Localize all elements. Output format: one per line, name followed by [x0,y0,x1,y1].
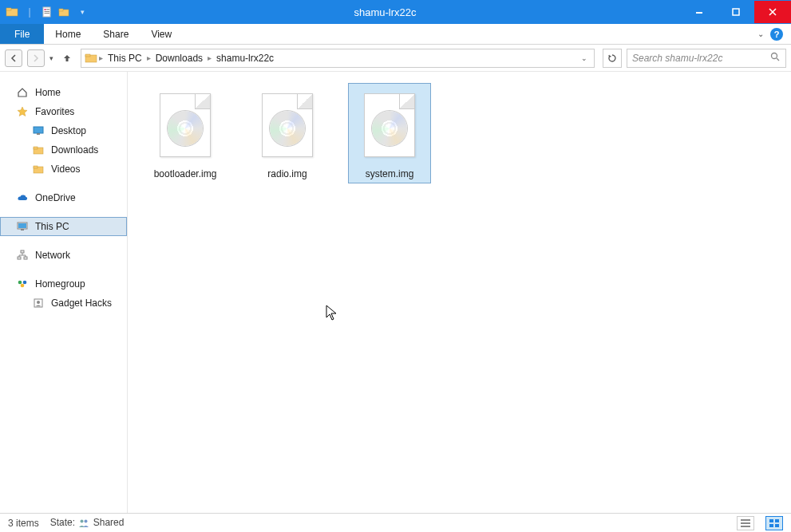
sidebar-item-label: Homegroup [35,278,85,290]
refresh-button[interactable] [603,49,622,68]
sidebar-item-home[interactable]: Home [0,83,127,102]
disc-image-icon [351,87,428,164]
sidebar-item-network[interactable]: Network [0,246,127,265]
svg-rect-6 [45,13,50,14]
search-icon [770,52,781,65]
chevron-right-icon[interactable]: ▸ [208,53,212,62]
maximize-button[interactable] [718,1,754,23]
view-icons-button[interactable] [765,516,783,530]
status-state-label: State: [50,517,75,528]
window-controls [681,1,791,23]
svg-rect-10 [733,9,739,15]
breadcrumb[interactable]: ▸ This PC ▸ Downloads ▸ shamu-lrx22c ⌄ [81,49,595,68]
file-item[interactable]: system.img [348,83,431,183]
svg-rect-17 [34,147,38,149]
file-item[interactable]: radio.img [246,83,329,183]
svg-rect-38 [769,524,773,527]
sidebar-item-homegroup[interactable]: Homegroup [0,274,127,294]
sidebar-item-label: Favorites [35,106,74,117]
sidebar-item-desktop[interactable]: Desktop [0,121,127,140]
properties-icon[interactable] [40,5,54,19]
sidebar: Home Favorites Desktop Downloads Videos … [0,72,128,513]
back-button[interactable] [5,49,22,67]
chevron-right-icon[interactable]: ▸ [99,53,103,62]
svg-point-27 [23,281,27,285]
content-pane[interactable]: bootloader.img radio.img system.img [128,72,791,513]
svg-rect-14 [34,127,43,133]
minimize-button[interactable] [681,1,718,23]
sidebar-item-label: Downloads [51,144,98,156]
ribbon-tab-home[interactable]: Home [44,24,92,44]
svg-rect-9 [696,12,702,14]
sidebar-item-thispc[interactable]: This PC [0,217,127,236]
sidebar-item-onedrive[interactable]: OneDrive [0,188,127,207]
qat-dropdown-icon[interactable]: ▾ [75,5,89,19]
breadcrumb-dropdown-icon[interactable]: ⌄ [578,54,591,62]
sidebar-item-label: Desktop [51,125,86,136]
person-icon [32,297,45,309]
svg-point-32 [85,519,88,522]
folder-icon [5,5,19,19]
svg-rect-4 [46,9,49,10]
svg-point-30 [37,301,40,304]
sidebar-item-label: Videos [51,164,80,175]
disc-image-icon [249,87,326,164]
svg-rect-39 [775,524,779,527]
crumb-downloads[interactable]: Downloads [152,53,206,64]
svg-point-28 [21,284,25,288]
main: Home Favorites Desktop Downloads Videos … [0,72,791,513]
homegroup-icon [16,278,29,290]
svg-rect-15 [37,133,40,135]
crumb-thispc[interactable]: This PC [105,53,145,64]
quick-access-toolbar: | ▾ [0,5,89,19]
window-title: shamu-lrx22c [89,6,681,18]
svg-rect-34 [741,522,750,524]
people-icon [77,517,90,530]
sidebar-item-favorites[interactable]: Favorites [0,102,127,121]
close-button[interactable] [754,1,791,23]
search-box[interactable] [627,49,786,68]
svg-rect-23 [21,250,24,253]
svg-rect-24 [18,257,21,259]
sidebar-item-downloads[interactable]: Downloads [0,140,127,160]
ribbon-tab-view[interactable]: View [140,24,183,44]
folder-icon [32,144,45,156]
sidebar-item-videos[interactable]: Videos [0,160,127,179]
svg-rect-1 [6,8,11,10]
desktop-icon [32,124,45,137]
chevron-right-icon[interactable]: ▸ [147,53,151,62]
svg-rect-22 [21,229,24,231]
up-button[interactable] [58,49,76,67]
disc-image-icon [147,87,223,164]
ribbon-expand-icon[interactable]: ⌄ [757,30,764,38]
svg-rect-33 [741,519,750,521]
view-details-button[interactable] [737,516,754,530]
file-label: radio.img [267,168,307,179]
svg-rect-12 [85,54,90,57]
titlebar: | ▾ shamu-lrx22c [0,0,791,24]
computer-icon [16,220,29,233]
statusbar: 3 items State: Shared [0,513,791,532]
help-icon[interactable]: ? [770,28,783,41]
star-icon [16,105,29,118]
recent-dropdown-icon[interactable]: ▾ [49,54,53,62]
svg-rect-36 [769,519,773,522]
network-icon [16,249,29,262]
file-item[interactable]: bootloader.img [144,83,227,183]
svg-point-3 [45,9,46,10]
sidebar-item-gadgethacks[interactable]: Gadget Hacks [0,294,127,313]
separator-icon: | [22,5,37,19]
crumb-current[interactable]: shamu-lrx22c [213,53,277,64]
svg-rect-21 [18,223,26,228]
svg-point-31 [81,519,84,522]
search-input[interactable] [632,53,770,64]
new-folder-icon[interactable] [57,5,72,19]
sidebar-item-label: OneDrive [35,192,76,203]
ribbon-tab-share[interactable]: Share [92,24,140,44]
sidebar-item-label: Home [35,87,61,98]
status-item-count: 3 items [8,518,39,529]
ribbon-tab-file[interactable]: File [0,24,44,44]
forward-button[interactable] [27,49,45,67]
svg-rect-19 [34,166,38,168]
folder-icon [85,52,97,65]
